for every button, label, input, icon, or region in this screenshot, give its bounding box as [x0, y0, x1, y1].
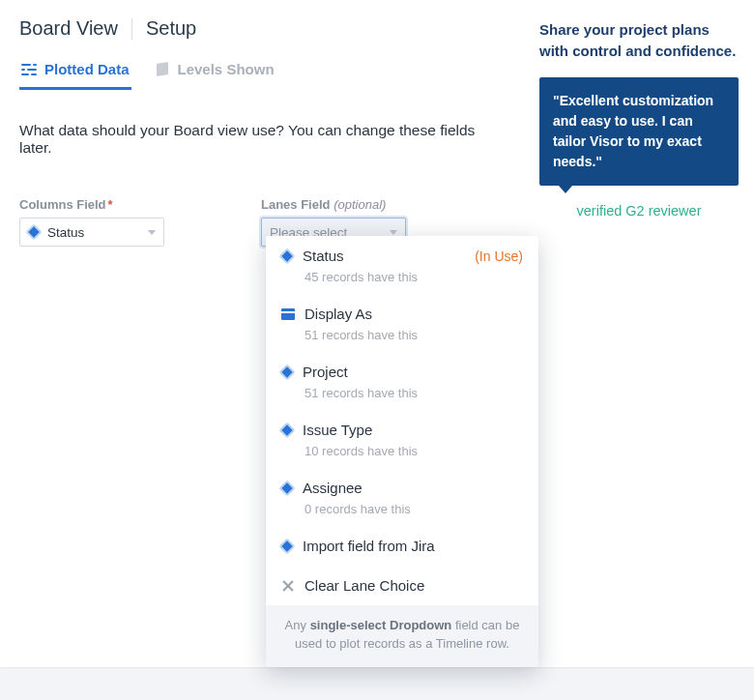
dropdown-option-display-as[interactable]: Display As 51 records have this [266, 294, 538, 352]
columns-field-label: Columns Field [19, 197, 106, 212]
option-subtext: 51 records have this [304, 328, 523, 342]
breadcrumb-view: Board View [19, 17, 118, 40]
breadcrumb-separator [131, 18, 132, 40]
diamond-icon [279, 364, 296, 380]
diamond-icon [279, 538, 296, 554]
diamond-icon [279, 248, 296, 264]
card-icon [281, 308, 295, 320]
tab-plotted-data[interactable]: Plotted Data [19, 57, 131, 90]
required-indicator: * [108, 197, 113, 212]
diamond-icon [26, 224, 43, 241]
dropdown-action-clear[interactable]: Clear Lane Choice [266, 566, 538, 605]
lanes-field-label: Lanes Field [261, 197, 331, 212]
breadcrumb: Board View Setup [19, 17, 508, 40]
close-icon [281, 579, 295, 593]
option-subtext: 45 records have this [304, 270, 523, 284]
chevron-down-icon [390, 230, 397, 235]
chevron-down-icon [148, 230, 156, 235]
option-name: Issue Type [303, 422, 372, 438]
dropdown-option-issue-type[interactable]: Issue Type 10 records have this [266, 410, 538, 468]
diamond-icon [279, 422, 296, 438]
breadcrumb-page: Setup [146, 17, 196, 40]
option-tag-in-use: (In Use) [475, 248, 523, 264]
option-subtext: 10 records have this [304, 444, 523, 458]
columns-field-group: Columns Field* Status [19, 197, 164, 247]
sidebar-headline: Share your project plans with control an… [539, 19, 739, 62]
tab-levels-shown[interactable]: Levels Shown [153, 57, 276, 90]
action-label: Clear Lane Choice [304, 577, 424, 594]
option-name: Display As [304, 306, 372, 322]
setup-prompt: What data should your Board view use? Yo… [19, 122, 508, 157]
layers-icon [155, 63, 170, 76]
tab-label: Plotted Data [44, 61, 130, 77]
dropdown-option-project[interactable]: Project 51 records have this [266, 352, 538, 410]
testimonial-attribution[interactable]: verified G2 reviewer [539, 203, 739, 219]
setup-tabs: Plotted Data Levels Shown [19, 57, 508, 91]
option-name: Project [303, 364, 348, 380]
sidebar: Share your project plans with control an… [528, 0, 754, 667]
testimonial-quote: "Excellent customization and easy to use… [539, 77, 739, 186]
option-subtext: 0 records have this [304, 502, 523, 516]
columns-field-value: Status [47, 225, 84, 240]
action-label: Import field from Jira [303, 538, 435, 554]
option-subtext: 51 records have this [304, 386, 523, 400]
lanes-dropdown: Status (In Use) 45 records have this Dis… [266, 236, 538, 667]
option-name: Status [303, 248, 344, 264]
dropdown-footer: Any single-select Dropdown field can be … [266, 605, 538, 667]
sliders-icon [21, 63, 37, 76]
lanes-field-optional: (optional) [334, 197, 386, 212]
diamond-icon [279, 480, 296, 496]
columns-field-select[interactable]: Status [19, 218, 164, 247]
option-name: Assignee [303, 480, 362, 496]
tab-label: Levels Shown [178, 61, 275, 77]
dropdown-option-assignee[interactable]: Assignee 0 records have this [266, 468, 538, 526]
dropdown-option-status[interactable]: Status (In Use) 45 records have this [266, 236, 538, 294]
dropdown-action-import[interactable]: Import field from Jira [266, 526, 538, 566]
